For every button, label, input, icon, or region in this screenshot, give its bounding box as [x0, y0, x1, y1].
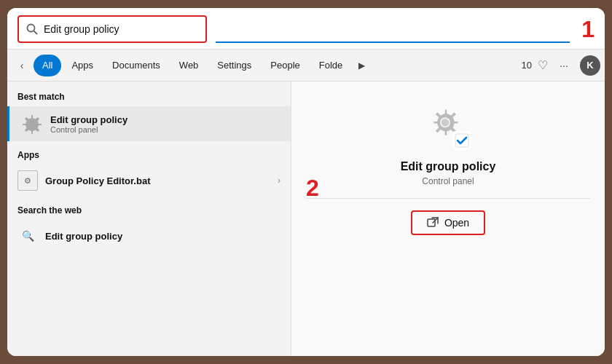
search-icon	[26, 23, 38, 35]
tab-all[interactable]: All	[34, 55, 61, 76]
search-input-row: Edit group policy 1	[17, 15, 595, 43]
tab-documents[interactable]: Documents	[103, 55, 169, 76]
svg-point-4	[442, 119, 450, 127]
tab-folders[interactable]: Folde	[310, 55, 352, 76]
web-item-text: Edit group policy	[45, 231, 280, 242]
search-text: Edit group policy	[44, 23, 198, 35]
tab-settings[interactable]: Settings	[208, 55, 260, 76]
script-icon: ⚙	[17, 170, 38, 191]
right-panel: 2	[291, 82, 605, 356]
result-icon-area	[425, 103, 471, 150]
taskbar-icon: ♡	[538, 58, 548, 72]
apps-section-label: Apps	[7, 150, 291, 165]
user-avatar[interactable]: K	[580, 55, 600, 76]
svg-line-1	[34, 31, 38, 35]
result-count: 10	[522, 60, 532, 71]
web-search-icon: 🔍	[17, 226, 38, 246]
search-panel: Edit group policy 1 ‹ All Apps Documents…	[7, 8, 605, 356]
tab-right-group: 10 ♡ ··· K	[522, 55, 600, 76]
main-content: Best match Edit group policy Control pan…	[7, 82, 605, 356]
check-badge	[452, 131, 471, 150]
web-section-label: Search the web	[7, 205, 291, 220]
best-match-label: Best match	[7, 92, 291, 106]
left-panel: Best match Edit group policy Control pan…	[7, 82, 291, 356]
result-subtitle: Control panel	[422, 176, 474, 186]
app-item[interactable]: ⚙ Group Policy Editor.bat ›	[7, 165, 291, 197]
step-label-1: 1	[581, 17, 595, 41]
filter-tabs-row: ‹ All Apps Documents Web Settings People…	[7, 50, 605, 82]
search-bar-area: Edit group policy 1	[7, 8, 605, 50]
best-match-subtitle: Control panel	[50, 125, 280, 134]
open-label: Open	[444, 217, 469, 229]
apps-section: Apps ⚙ Group Policy Editor.bat ›	[7, 150, 291, 197]
open-button[interactable]: Open	[411, 210, 485, 235]
open-button-row: Open	[411, 210, 485, 235]
tab-people[interactable]: People	[262, 55, 308, 76]
search-underline[interactable]	[216, 15, 570, 43]
open-icon	[427, 217, 439, 229]
web-section: Search the web 🔍 Edit group policy	[7, 205, 291, 252]
web-item-title: Edit group policy	[45, 231, 280, 242]
app-chevron-icon: ›	[278, 175, 280, 186]
result-icon	[425, 103, 471, 150]
result-title: Edit group policy	[401, 160, 496, 173]
step-label-2: 2	[306, 176, 319, 199]
web-item[interactable]: 🔍 Edit group policy	[7, 220, 291, 252]
svg-point-0	[28, 25, 35, 32]
svg-rect-6	[428, 219, 435, 226]
app-background: Edit group policy 1 ‹ All Apps Documents…	[0, 0, 612, 364]
app-item-title: Group Policy Editor.bat	[45, 175, 270, 186]
best-match-title: Edit group policy	[50, 114, 280, 125]
best-match-text: Edit group policy Control panel	[50, 114, 280, 134]
search-input-container[interactable]: Edit group policy	[17, 15, 207, 43]
app-item-text: Group Policy Editor.bat	[45, 175, 270, 186]
gear-icon	[20, 112, 43, 135]
tab-apps[interactable]: Apps	[63, 55, 102, 76]
best-match-item[interactable]: Edit group policy Control panel	[7, 106, 291, 141]
tab-web[interactable]: Web	[170, 55, 208, 76]
tab-more-button[interactable]: ▶	[353, 57, 370, 74]
tab-back-button[interactable]: ‹	[12, 55, 32, 76]
more-options-button[interactable]: ···	[554, 55, 574, 76]
result-divider	[306, 198, 590, 199]
